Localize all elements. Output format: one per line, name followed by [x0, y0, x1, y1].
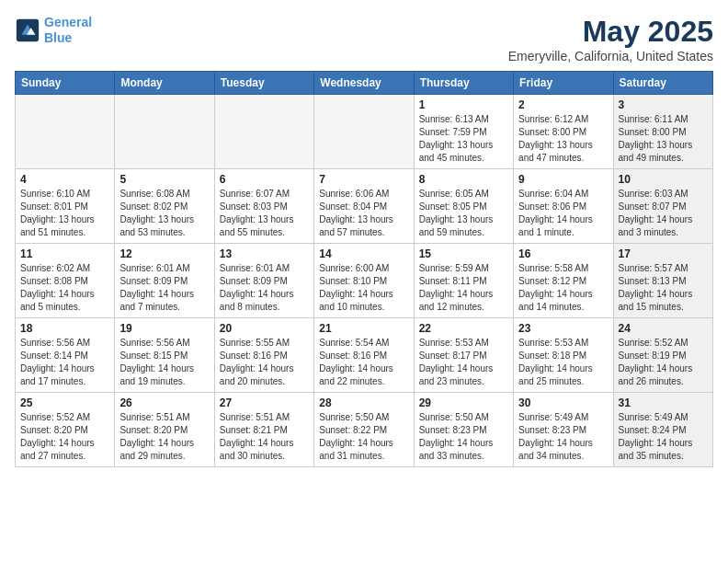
day-number: 10: [619, 173, 708, 186]
calendar-cell: 13Sunrise: 6:01 AM Sunset: 8:09 PM Dayli…: [214, 244, 313, 318]
calendar-cell: 24Sunrise: 5:52 AM Sunset: 8:19 PM Dayli…: [613, 318, 712, 393]
calendar-cell: 29Sunrise: 5:50 AM Sunset: 8:23 PM Dayli…: [414, 393, 513, 467]
day-number: 17: [619, 247, 708, 260]
day-info: Sunrise: 6:11 AM Sunset: 8:00 PM Dayligh…: [619, 113, 708, 165]
day-info: Sunrise: 5:50 AM Sunset: 8:22 PM Dayligh…: [319, 411, 408, 463]
day-info: Sunrise: 5:56 AM Sunset: 8:14 PM Dayligh…: [20, 337, 109, 388]
calendar-header: SundayMondayTuesdayWednesdayThursdayFrid…: [16, 72, 713, 95]
logo-text: General Blue: [44, 15, 92, 46]
calendar-row: 25Sunrise: 5:52 AM Sunset: 8:20 PM Dayli…: [16, 393, 713, 467]
day-number: 20: [220, 322, 309, 335]
calendar-cell: 7Sunrise: 6:06 AM Sunset: 8:04 PM Daylig…: [314, 169, 414, 244]
day-number: 13: [220, 247, 309, 260]
day-number: 3: [619, 98, 708, 111]
day-info: Sunrise: 5:55 AM Sunset: 8:16 PM Dayligh…: [220, 337, 309, 388]
day-number: 26: [119, 396, 209, 409]
day-number: 18: [20, 322, 109, 335]
subtitle: Emeryville, California, United States: [508, 49, 713, 63]
calendar-cell: 26Sunrise: 5:51 AM Sunset: 8:20 PM Dayli…: [115, 393, 214, 467]
calendar-cell: 28Sunrise: 5:50 AM Sunset: 8:22 PM Dayli…: [314, 393, 414, 467]
calendar-header-cell: Friday: [514, 72, 613, 95]
calendar-cell: 21Sunrise: 5:54 AM Sunset: 8:16 PM Dayli…: [314, 318, 414, 393]
calendar-cell: 30Sunrise: 5:49 AM Sunset: 8:23 PM Dayli…: [514, 393, 613, 467]
day-number: 28: [319, 396, 408, 409]
day-number: 5: [119, 173, 209, 186]
day-number: 21: [319, 322, 408, 335]
calendar-header-cell: Saturday: [613, 72, 712, 95]
calendar-row: 18Sunrise: 5:56 AM Sunset: 8:14 PM Dayli…: [16, 318, 713, 393]
title-block: May 2025 Emeryville, California, United …: [508, 15, 713, 63]
calendar-cell: 25Sunrise: 5:52 AM Sunset: 8:20 PM Dayli…: [16, 393, 115, 467]
calendar-cell: 23Sunrise: 5:53 AM Sunset: 8:18 PM Dayli…: [514, 318, 613, 393]
calendar-header-cell: Wednesday: [314, 72, 414, 95]
day-info: Sunrise: 5:52 AM Sunset: 8:20 PM Dayligh…: [20, 411, 109, 463]
day-info: Sunrise: 6:08 AM Sunset: 8:02 PM Dayligh…: [119, 188, 209, 239]
calendar-cell: 12Sunrise: 6:01 AM Sunset: 8:09 PM Dayli…: [115, 244, 214, 318]
day-info: Sunrise: 6:10 AM Sunset: 8:01 PM Dayligh…: [20, 188, 109, 239]
calendar-cell: 19Sunrise: 5:56 AM Sunset: 8:15 PM Dayli…: [115, 318, 214, 393]
calendar-header-cell: Thursday: [414, 72, 513, 95]
day-info: Sunrise: 6:12 AM Sunset: 8:00 PM Dayligh…: [518, 113, 608, 165]
day-number: 27: [220, 396, 309, 409]
day-info: Sunrise: 6:01 AM Sunset: 8:09 PM Dayligh…: [119, 262, 209, 314]
day-info: Sunrise: 5:53 AM Sunset: 8:17 PM Dayligh…: [419, 337, 508, 388]
calendar-cell: 22Sunrise: 5:53 AM Sunset: 8:17 PM Dayli…: [414, 318, 513, 393]
day-info: Sunrise: 6:00 AM Sunset: 8:10 PM Dayligh…: [319, 262, 408, 314]
day-number: 2: [518, 98, 608, 111]
calendar-cell: 6Sunrise: 6:07 AM Sunset: 8:03 PM Daylig…: [214, 169, 313, 244]
day-info: Sunrise: 5:51 AM Sunset: 8:21 PM Dayligh…: [220, 411, 309, 463]
calendar-cell: 16Sunrise: 5:58 AM Sunset: 8:12 PM Dayli…: [514, 244, 613, 318]
calendar-cell: 2Sunrise: 6:12 AM Sunset: 8:00 PM Daylig…: [514, 95, 613, 169]
day-info: Sunrise: 5:59 AM Sunset: 8:11 PM Dayligh…: [419, 262, 508, 314]
calendar-row: 11Sunrise: 6:02 AM Sunset: 8:08 PM Dayli…: [16, 244, 713, 318]
calendar-cell: [115, 95, 214, 169]
calendar-cell: 15Sunrise: 5:59 AM Sunset: 8:11 PM Dayli…: [414, 244, 513, 318]
day-number: 31: [619, 396, 708, 409]
day-info: Sunrise: 5:49 AM Sunset: 8:23 PM Dayligh…: [518, 411, 608, 463]
day-info: Sunrise: 6:05 AM Sunset: 8:05 PM Dayligh…: [419, 188, 508, 239]
calendar-cell: 1Sunrise: 6:13 AM Sunset: 7:59 PM Daylig…: [414, 95, 513, 169]
calendar-header-cell: Monday: [115, 72, 214, 95]
day-number: 29: [419, 396, 508, 409]
day-number: 6: [220, 173, 309, 186]
calendar-cell: 3Sunrise: 6:11 AM Sunset: 8:00 PM Daylig…: [613, 95, 712, 169]
day-number: 22: [419, 322, 508, 335]
calendar-cell: 17Sunrise: 5:57 AM Sunset: 8:13 PM Dayli…: [613, 244, 712, 318]
day-info: Sunrise: 6:01 AM Sunset: 8:09 PM Dayligh…: [220, 262, 309, 314]
day-number: 9: [518, 173, 608, 186]
day-number: 23: [518, 322, 608, 335]
calendar-cell: 11Sunrise: 6:02 AM Sunset: 8:08 PM Dayli…: [16, 244, 115, 318]
calendar-body: 1Sunrise: 6:13 AM Sunset: 7:59 PM Daylig…: [16, 95, 713, 467]
day-info: Sunrise: 5:57 AM Sunset: 8:13 PM Dayligh…: [619, 262, 708, 314]
day-number: 25: [20, 396, 109, 409]
day-info: Sunrise: 6:02 AM Sunset: 8:08 PM Dayligh…: [20, 262, 109, 314]
day-info: Sunrise: 6:04 AM Sunset: 8:06 PM Dayligh…: [518, 188, 608, 239]
calendar-cell: 10Sunrise: 6:03 AM Sunset: 8:07 PM Dayli…: [613, 169, 712, 244]
calendar-cell: [314, 95, 414, 169]
calendar-cell: 27Sunrise: 5:51 AM Sunset: 8:21 PM Dayli…: [214, 393, 313, 467]
day-number: 24: [619, 322, 708, 335]
calendar-cell: 8Sunrise: 6:05 AM Sunset: 8:05 PM Daylig…: [414, 169, 513, 244]
day-info: Sunrise: 6:03 AM Sunset: 8:07 PM Dayligh…: [619, 188, 708, 239]
calendar-header-cell: Sunday: [16, 72, 115, 95]
day-number: 4: [20, 173, 109, 186]
day-info: Sunrise: 6:07 AM Sunset: 8:03 PM Dayligh…: [220, 188, 309, 239]
page-header: General Blue May 2025 Emeryville, Califo…: [15, 15, 713, 63]
calendar-cell: 5Sunrise: 6:08 AM Sunset: 8:02 PM Daylig…: [115, 169, 214, 244]
calendar-cell: [16, 95, 115, 169]
calendar-cell: 20Sunrise: 5:55 AM Sunset: 8:16 PM Dayli…: [214, 318, 313, 393]
calendar-cell: 14Sunrise: 6:00 AM Sunset: 8:10 PM Dayli…: [314, 244, 414, 318]
calendar-cell: [214, 95, 313, 169]
day-info: Sunrise: 5:50 AM Sunset: 8:23 PM Dayligh…: [419, 411, 508, 463]
day-number: 12: [119, 247, 209, 260]
day-info: Sunrise: 5:53 AM Sunset: 8:18 PM Dayligh…: [518, 337, 608, 388]
day-number: 8: [419, 173, 508, 186]
calendar-cell: 31Sunrise: 5:49 AM Sunset: 8:24 PM Dayli…: [613, 393, 712, 467]
calendar-row: 4Sunrise: 6:10 AM Sunset: 8:01 PM Daylig…: [16, 169, 713, 244]
day-number: 1: [419, 98, 508, 111]
day-info: Sunrise: 5:51 AM Sunset: 8:20 PM Dayligh…: [119, 411, 209, 463]
calendar-cell: 4Sunrise: 6:10 AM Sunset: 8:01 PM Daylig…: [16, 169, 115, 244]
day-info: Sunrise: 5:58 AM Sunset: 8:12 PM Dayligh…: [518, 262, 608, 314]
day-number: 19: [119, 322, 209, 335]
logo-icon: [15, 17, 40, 43]
